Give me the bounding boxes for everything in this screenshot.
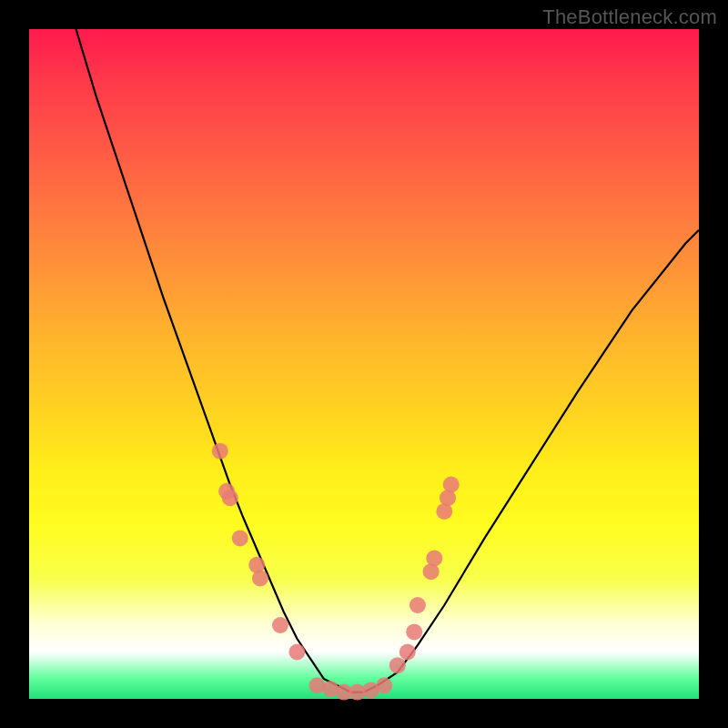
bottleneck-curve <box>76 29 700 693</box>
marker-dot <box>389 657 406 673</box>
marker-dot <box>222 490 238 506</box>
marker-dot <box>443 477 460 493</box>
marker-dot <box>252 571 268 587</box>
marker-dot <box>272 617 288 633</box>
marker-dot <box>232 530 248 546</box>
marker-dot <box>399 644 416 661</box>
marker-dot <box>406 623 422 640</box>
plot-area <box>29 29 699 699</box>
marker-dot <box>410 597 426 613</box>
marker-dot <box>288 644 305 661</box>
curve-layer <box>29 29 699 699</box>
chart-container: TheBottleneck.com <box>0 0 728 728</box>
watermark-text: TheBottleneck.com <box>542 5 717 29</box>
marker-dots <box>212 443 460 701</box>
marker-dot <box>426 550 442 566</box>
marker-dot <box>212 443 228 460</box>
marker-dot <box>376 677 392 693</box>
